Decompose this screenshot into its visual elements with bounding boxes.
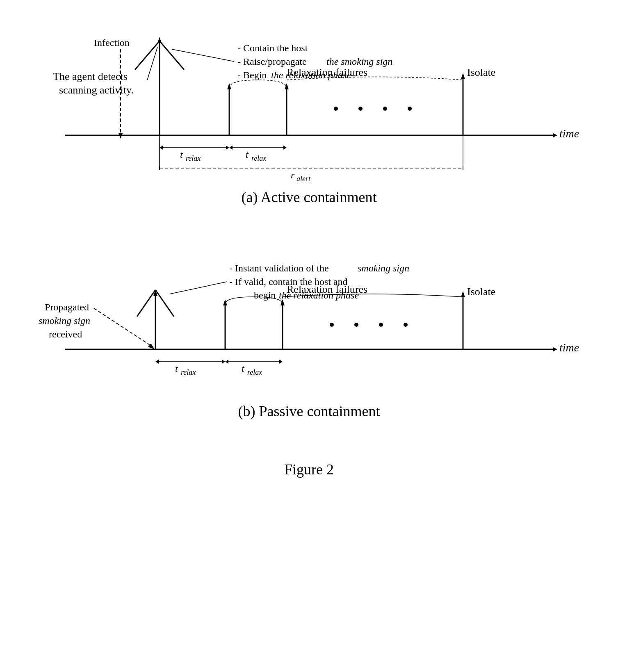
instant-val-italic: smoking sign: [358, 263, 409, 273]
svg-line-33: [94, 308, 153, 347]
t-relax-1-sub-a: relax: [186, 154, 201, 162]
infection-label: Infection: [94, 37, 130, 48]
contain-host: - Contain the host: [237, 43, 308, 53]
page: time Infection The agent detects scannin…: [0, 0, 618, 672]
svg-marker-15: [461, 73, 465, 79]
svg-point-17: [358, 107, 363, 111]
propagated-line1: Propagated: [45, 302, 89, 312]
diagram-a-svg: time Infection The agent detects scannin…: [32, 16, 586, 189]
svg-marker-24: [229, 146, 233, 150]
t-relax-1-b: t: [175, 363, 178, 374]
t-relax-1-a: t: [180, 149, 183, 160]
svg-marker-54: [225, 360, 228, 364]
begin-relaxation-prefix: - Begin: [237, 70, 267, 80]
r-alert-sub: alert: [296, 175, 311, 183]
svg-point-49: [404, 323, 408, 327]
svg-line-39: [170, 282, 227, 294]
svg-marker-41: [223, 299, 227, 305]
svg-point-19: [408, 107, 412, 111]
instant-val-prefix: - Instant validation of the: [229, 263, 329, 273]
svg-marker-11: [227, 83, 231, 89]
svg-marker-21: [160, 146, 163, 150]
svg-marker-25: [283, 146, 287, 150]
svg-line-6: [135, 41, 160, 70]
t-relax-2-sub-b: relax: [247, 368, 262, 376]
raise-propagate-italic: the smoking sign: [326, 56, 392, 67]
relaxation-failures-b: Relaxation failures: [287, 283, 367, 295]
svg-line-8: [147, 47, 157, 80]
agent-detects-line2: scanning activity.: [59, 84, 134, 96]
t-relax-2-sub-a: relax: [251, 154, 266, 162]
r-alert-label: r: [291, 170, 295, 180]
t-relax-2-b: t: [242, 363, 245, 374]
svg-marker-51: [155, 360, 159, 364]
time-label-a: time: [559, 127, 579, 140]
svg-point-46: [330, 323, 334, 327]
time-label-b: time: [559, 341, 579, 354]
isolate-label-b: Isolate: [467, 286, 495, 298]
t-relax-1-sub-b: relax: [181, 368, 196, 376]
svg-marker-45: [461, 291, 465, 297]
svg-marker-52: [222, 360, 225, 364]
svg-marker-13: [285, 83, 289, 89]
svg-marker-55: [279, 360, 283, 364]
diagram-b-section: time Propagated smoking sign received - …: [25, 230, 593, 432]
svg-line-9: [172, 49, 234, 62]
svg-line-7: [160, 41, 184, 70]
agent-detects-line1: The agent detects: [53, 71, 128, 82]
begin-relaxation-b-prefix: begin: [254, 290, 276, 301]
relaxation-failures-a: Relaxation failures: [287, 66, 367, 78]
svg-point-18: [383, 107, 387, 111]
diagram-b-svg: time Propagated smoking sign received - …: [32, 230, 586, 403]
svg-line-37: [137, 290, 155, 317]
propagated-line3: received: [49, 329, 82, 339]
svg-point-48: [379, 323, 383, 327]
diagram-a-section: time Infection The agent detects scannin…: [25, 16, 593, 218]
caption-a: (a) Active containment: [242, 189, 377, 206]
isolate-label-a: Isolate: [467, 66, 495, 78]
svg-marker-32: [553, 347, 557, 351]
figure-label: Figure 2: [284, 461, 334, 478]
svg-marker-22: [226, 146, 229, 150]
raise-propagate-prefix: - Raise/propagate: [237, 56, 307, 67]
propagated-line2: smoking sign: [39, 315, 90, 326]
caption-b: (b) Passive containment: [238, 403, 380, 420]
svg-point-16: [334, 107, 338, 111]
svg-marker-1: [553, 133, 557, 137]
svg-point-47: [354, 323, 358, 327]
t-relax-2-a: t: [246, 149, 249, 160]
